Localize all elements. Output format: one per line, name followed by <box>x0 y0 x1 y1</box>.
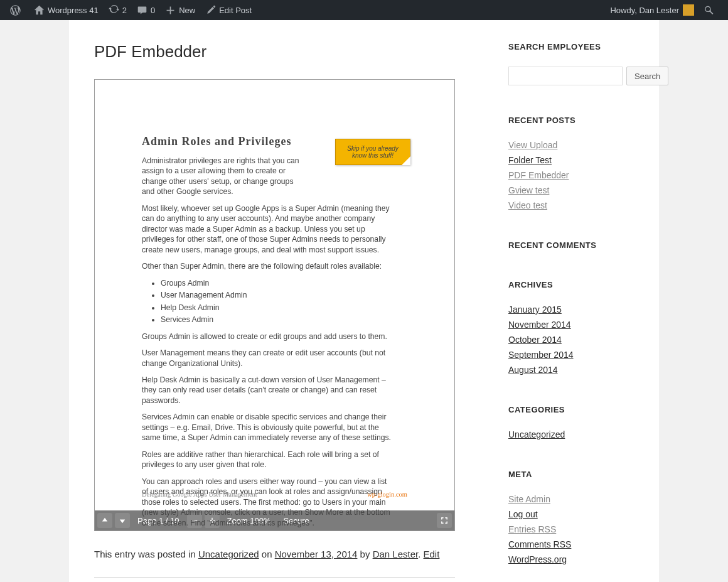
pencil-icon <box>205 5 216 16</box>
recent-post-link[interactable]: Folder Test <box>508 155 552 165</box>
widget-title: ARCHIVES <box>508 280 634 289</box>
pdf-list-item: Services Admin <box>161 315 407 325</box>
edit-post[interactable]: Edit Post <box>200 0 257 20</box>
home-icon <box>34 5 45 16</box>
comment-icon <box>137 5 147 16</box>
pdf-fullscreen-button[interactable] <box>437 513 452 528</box>
comments-count: 0 <box>151 6 155 15</box>
meta-link[interactable]: WordPress.org <box>508 554 567 564</box>
meta-category-link[interactable]: Uncategorized <box>198 549 259 559</box>
search-input[interactable] <box>508 67 623 85</box>
widget-archives: ARCHIVES January 2015 November 2014 Octo… <box>508 280 634 375</box>
plus-icon <box>165 5 176 16</box>
main-content: PDF Embedder Skip if you already know th… <box>94 42 455 582</box>
recent-post-link[interactable]: PDF Embedder <box>508 170 569 180</box>
pdf-embedder: Skip if you already know this stuff! Adm… <box>94 79 455 531</box>
site-name[interactable]: Wordpress 41 <box>29 0 104 20</box>
pdf-paragraph: Groups Admin is allowed to create or edi… <box>142 331 393 342</box>
meta-text: by <box>357 549 372 559</box>
meta-link[interactable]: Site Admin <box>508 494 550 504</box>
updates-count: 2 <box>122 6 127 15</box>
pdf-page[interactable]: Skip if you already know this stuff! Adm… <box>95 80 454 510</box>
widget-title: RECENT COMMENTS <box>508 240 634 250</box>
meta-text: on <box>259 549 275 559</box>
post-meta: This entry was posted in Uncategorized o… <box>94 549 455 578</box>
widget-title: META <box>508 470 634 479</box>
pdf-paragraph: You can approach roles and users either … <box>142 477 393 528</box>
my-account[interactable]: Howdy, Dan Lester <box>605 0 699 20</box>
howdy-label: Howdy, Dan Lester <box>610 6 679 15</box>
new-content[interactable]: New <box>160 0 200 20</box>
pdf-prev-button[interactable] <box>97 513 112 528</box>
updates[interactable]: 2 <box>104 0 132 20</box>
widget-title: CATEGORIES <box>508 405 634 414</box>
search-button[interactable]: Search <box>626 67 668 85</box>
widget-recent-posts: RECENT POSTS View Upload Folder Test PDF… <box>508 116 634 210</box>
meta-text: . <box>418 549 423 559</box>
widget-categories: CATEGORIES Uncategorized <box>508 405 634 439</box>
site-name-label: Wordpress 41 <box>48 6 99 15</box>
pdf-paragraph: Other than Super Admin, there are the fo… <box>142 261 393 271</box>
admin-search[interactable] <box>699 0 723 20</box>
meta-edit-link[interactable]: Edit <box>424 549 440 559</box>
meta-link[interactable]: Entries RSS <box>508 524 556 534</box>
update-icon <box>109 5 119 16</box>
meta-author-link[interactable]: Dan Lester <box>373 549 419 559</box>
arrow-down-icon <box>118 516 127 525</box>
new-label: New <box>179 6 195 15</box>
page-title: PDF Embedder <box>94 42 455 62</box>
pdf-footer-left: Delegating Google Apps User Management <box>142 491 257 498</box>
pdf-next-button[interactable] <box>115 513 130 528</box>
pdf-sticky-note: Skip if you already know this stuff! <box>335 139 410 165</box>
meta-link[interactable]: Comments RSS <box>508 539 571 549</box>
meta-text: This entry was posted in <box>94 549 198 559</box>
pdf-paragraph: Roles are additive rather than hierarchi… <box>142 450 393 470</box>
avatar <box>683 4 694 16</box>
page: PDF Embedder Skip if you already know th… <box>69 20 659 582</box>
pdf-footer: Delegating Google Apps User Management w… <box>142 491 407 498</box>
archive-link[interactable]: August 2014 <box>508 365 558 375</box>
wp-logo[interactable] <box>5 0 29 20</box>
edit-post-label: Edit Post <box>219 6 252 15</box>
widget-title: RECENT POSTS <box>508 116 634 125</box>
pdf-paragraph: Help Desk Admin is basically a cut-down … <box>142 375 393 406</box>
widget-search: SEARCH EMPLOYEES Search <box>508 42 634 85</box>
category-link[interactable]: Uncategorized <box>508 429 565 439</box>
pdf-list-item: User Management Admin <box>161 290 407 300</box>
archive-link[interactable]: November 2014 <box>508 320 571 330</box>
meta-link[interactable]: Log out <box>508 509 538 519</box>
pdf-paragraph: Administrator privileges are rights that… <box>142 156 308 197</box>
meta-date-link[interactable]: November 13, 2014 <box>275 549 358 559</box>
fullscreen-icon <box>440 516 449 525</box>
search-icon <box>704 5 715 16</box>
pdf-list-item: Groups Admin <box>161 278 407 288</box>
recent-post-link[interactable]: View Upload <box>508 140 557 150</box>
archive-link[interactable]: January 2015 <box>508 304 562 315</box>
pdf-paragraph: Most likely, whoever set up Google Apps … <box>142 203 393 255</box>
pdf-paragraph: User Management means they can create or… <box>142 348 393 369</box>
widget-meta: META Site Admin Log out Entries RSS Comm… <box>508 470 634 564</box>
pdf-list: Groups Admin User Management Admin Help … <box>161 278 407 325</box>
pdf-footer-right: wp-glogin.com <box>367 491 407 498</box>
pdf-list-item: Help Desk Admin <box>161 303 407 313</box>
arrow-up-icon <box>100 516 109 525</box>
widget-title: SEARCH EMPLOYEES <box>508 42 634 51</box>
wordpress-icon <box>10 5 21 16</box>
admin-bar: Wordpress 41 2 0 New Edit Post <box>0 0 728 20</box>
sidebar: SEARCH EMPLOYEES Search RECENT POSTS Vie… <box>508 42 634 582</box>
archive-link[interactable]: September 2014 <box>508 350 574 360</box>
archive-link[interactable]: October 2014 <box>508 335 562 345</box>
pdf-paragraph: Services Admin can enable or disable spe… <box>142 412 393 443</box>
widget-recent-comments: RECENT COMMENTS <box>508 240 634 250</box>
recent-post-link[interactable]: Gview test <box>508 185 549 195</box>
recent-post-link[interactable]: Video test <box>508 200 547 210</box>
comments[interactable]: 0 <box>132 0 160 20</box>
